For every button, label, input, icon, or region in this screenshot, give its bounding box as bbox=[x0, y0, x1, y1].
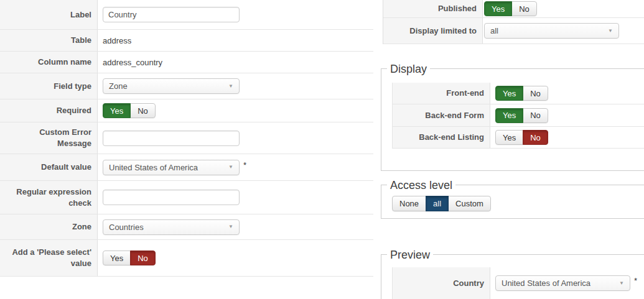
preview-section: Preview Country United States of America… bbox=[381, 254, 644, 299]
back-end-form-yes-button[interactable]: Yes bbox=[495, 108, 523, 123]
required-yes-button[interactable]: Yes bbox=[103, 103, 131, 118]
front-end-no-button[interactable]: No bbox=[523, 86, 548, 101]
chevron-down-icon: ▼ bbox=[608, 29, 613, 34]
column-name-label: Column name bbox=[0, 52, 98, 73]
preview-legend: Preview bbox=[387, 249, 433, 261]
back-end-listing-no-button[interactable]: No bbox=[523, 130, 548, 145]
back-end-form-no-button[interactable]: No bbox=[523, 108, 548, 123]
please-select-toggle: Yes No bbox=[103, 251, 156, 265]
default-value-row: Default value United States of America ▼… bbox=[0, 154, 373, 181]
please-select-yes-button[interactable]: Yes bbox=[103, 251, 131, 265]
required-marker: * bbox=[243, 160, 246, 170]
field-type-selected-value: Zone bbox=[109, 81, 128, 91]
regex-input[interactable] bbox=[103, 190, 240, 205]
required-row: Required Yes No bbox=[0, 99, 373, 122]
table-value: address bbox=[103, 36, 131, 45]
preview-country-row: Country United States of America ▼ * bbox=[393, 267, 644, 299]
default-value-selected-value: United States of America bbox=[109, 163, 198, 172]
access-level-section: Access level None all Custom bbox=[381, 185, 644, 219]
back-end-listing-yes-button[interactable]: Yes bbox=[495, 130, 523, 145]
zone-row: Zone Countries ▼ bbox=[0, 214, 373, 240]
display-limited-select[interactable]: all ▼ bbox=[484, 23, 619, 39]
regex-row: Regular expression check bbox=[0, 181, 373, 214]
custom-error-row: Custom Error Message bbox=[0, 122, 373, 154]
front-end-label: Front-end bbox=[393, 83, 490, 104]
required-label: Required bbox=[0, 99, 98, 122]
access-level-legend: Access level bbox=[387, 179, 455, 191]
column-name-value: address_country bbox=[103, 58, 162, 67]
published-yes-button[interactable]: Yes bbox=[484, 1, 512, 16]
published-toggle: Yes No bbox=[484, 1, 537, 16]
access-custom-button[interactable]: Custom bbox=[448, 196, 491, 211]
please-select-row: Add a 'Please select' value Yes No bbox=[0, 240, 373, 277]
preview-table: Country United States of America ▼ * bbox=[392, 267, 644, 299]
label-input[interactable] bbox=[103, 7, 240, 22]
display-limited-label: Display limited to bbox=[383, 18, 483, 44]
required-marker: * bbox=[634, 276, 637, 285]
display-section: Display Front-end Yes No Back-end Form bbox=[381, 68, 644, 171]
custom-error-label: Custom Error Message bbox=[0, 122, 98, 154]
published-no-button[interactable]: No bbox=[511, 1, 537, 16]
display-section-legend: Display bbox=[387, 63, 430, 75]
zone-label: Zone bbox=[0, 214, 98, 239]
chevron-down-icon: ▼ bbox=[228, 224, 233, 229]
field-settings-form: Label Table address Column name address_… bbox=[0, 0, 373, 277]
display-limited-row: Display limited to all ▼ bbox=[383, 18, 644, 44]
preview-country-label: Country bbox=[393, 267, 490, 299]
back-end-listing-label: Back-end Listing bbox=[393, 127, 490, 148]
field-type-row: Field type Zone ▼ bbox=[0, 73, 373, 99]
label-row-label: Label bbox=[0, 0, 98, 29]
table-row-label: Table bbox=[0, 30, 98, 51]
table-row: Table address bbox=[0, 30, 373, 52]
back-end-form-toggle: Yes No bbox=[495, 108, 548, 123]
chevron-down-icon: ▼ bbox=[228, 165, 233, 170]
published-label: Published bbox=[383, 0, 483, 17]
access-level-button-group: None all Custom bbox=[392, 196, 491, 211]
front-end-toggle: Yes No bbox=[495, 86, 548, 101]
preview-country-select[interactable]: United States of America ▼ bbox=[495, 275, 630, 291]
please-select-no-button[interactable]: No bbox=[130, 251, 156, 265]
back-end-listing-row: Back-end Listing Yes No bbox=[393, 127, 644, 149]
zone-select[interactable]: Countries ▼ bbox=[103, 219, 240, 235]
display-limited-selected-value: all bbox=[490, 26, 498, 35]
access-none-button[interactable]: None bbox=[392, 196, 426, 211]
publish-options-table: Published Yes No Display limited to all … bbox=[383, 0, 644, 44]
default-value-select[interactable]: United States of America ▼ bbox=[103, 160, 240, 175]
chevron-down-icon: ▼ bbox=[619, 281, 624, 286]
access-all-button[interactable]: all bbox=[426, 196, 449, 211]
front-end-yes-button[interactable]: Yes bbox=[495, 86, 523, 101]
default-value-label: Default value bbox=[0, 154, 98, 180]
front-end-row: Front-end Yes No bbox=[393, 83, 644, 104]
chevron-down-icon: ▼ bbox=[228, 84, 233, 89]
back-end-form-label: Back-end Form bbox=[393, 104, 490, 126]
please-select-label: Add a 'Please select' value bbox=[0, 240, 98, 276]
field-type-label: Field type bbox=[0, 73, 98, 99]
publishing-sidebar: Published Yes No Display limited to all … bbox=[381, 0, 644, 299]
zone-selected-value: Countries bbox=[109, 223, 144, 232]
published-row: Published Yes No bbox=[383, 0, 644, 18]
custom-error-input[interactable] bbox=[103, 131, 240, 146]
back-end-form-row: Back-end Form Yes No bbox=[393, 104, 644, 127]
regex-label: Regular expression check bbox=[0, 181, 98, 214]
required-toggle: Yes No bbox=[103, 103, 156, 118]
field-settings-page: Label Table address Column name address_… bbox=[0, 0, 644, 299]
preview-country-selected-value: United States of America bbox=[502, 278, 590, 288]
back-end-listing-toggle: Yes No bbox=[495, 130, 548, 145]
field-type-select[interactable]: Zone ▼ bbox=[103, 78, 240, 94]
label-row: Label bbox=[0, 0, 373, 30]
column-name-row: Column name address_country bbox=[0, 52, 373, 73]
display-options-table: Front-end Yes No Back-end Form Yes No bbox=[392, 83, 644, 149]
required-no-button[interactable]: No bbox=[130, 103, 156, 118]
